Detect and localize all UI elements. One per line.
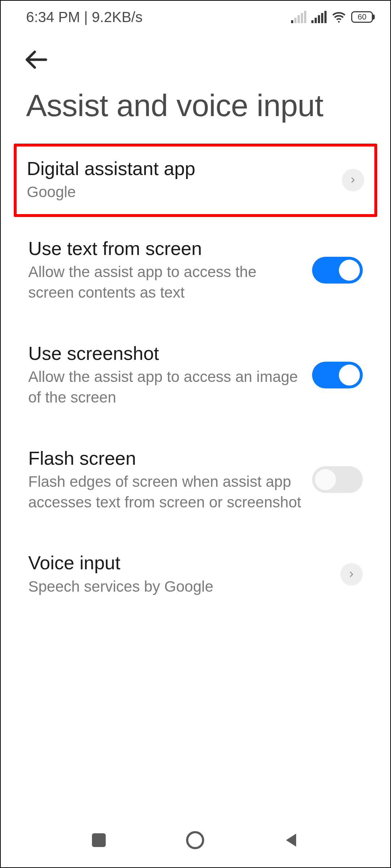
svg-point-0 (338, 21, 340, 23)
toggle-use-screenshot[interactable] (312, 362, 363, 388)
setting-subtitle: Speech services by Google (28, 576, 330, 597)
status-right: 60 (291, 10, 373, 24)
back-button[interactable] (22, 46, 49, 75)
nav-recents-button[interactable] (91, 832, 107, 848)
circle-icon (185, 830, 205, 850)
nav-home-button[interactable] (185, 830, 205, 850)
status-time: 6:34 PM (26, 9, 80, 25)
setting-title: Use screenshot (28, 342, 302, 365)
chevron-right-icon (340, 563, 363, 586)
setting-title: Digital assistant app (27, 157, 332, 180)
status-separator: | (84, 9, 92, 25)
setting-digital-assistant-app[interactable]: Digital assistant app Google (14, 144, 377, 217)
svg-point-3 (187, 832, 203, 848)
signal-sim2-icon (311, 11, 327, 23)
setting-voice-input[interactable]: Voice input Speech services by Google (15, 538, 376, 611)
svg-rect-2 (92, 833, 106, 847)
status-left: 6:34 PM | 9.2KB/s (26, 9, 143, 25)
setting-flash-screen[interactable]: Flash screen Flash edges of screen when … (15, 433, 376, 527)
toolbar (1, 33, 390, 88)
setting-subtitle: Allow the assist app to access an image … (28, 367, 302, 408)
toggle-flash-screen[interactable] (312, 466, 363, 493)
setting-use-text-from-screen[interactable]: Use text from screen Allow the assist ap… (15, 224, 376, 318)
settings-list: Digital assistant app Google Use text fr… (1, 144, 390, 611)
setting-title: Flash screen (28, 447, 302, 469)
toggle-use-text[interactable] (312, 257, 363, 284)
page-title: Assist and voice input (1, 88, 390, 145)
status-net-speed: 9.2KB/s (92, 9, 143, 25)
battery-icon: 60 (351, 11, 373, 23)
wifi-icon (332, 10, 346, 24)
svg-marker-4 (286, 834, 296, 847)
status-bar: 6:34 PM | 9.2KB/s 60 (1, 1, 390, 33)
chevron-right-icon (342, 169, 364, 191)
setting-title: Use text from screen (28, 237, 302, 260)
battery-percent: 60 (358, 12, 366, 22)
toggle-thumb (339, 365, 360, 386)
setting-subtitle: Allow the assist app to access the scree… (28, 262, 302, 303)
signal-sim1-icon (291, 11, 306, 23)
triangle-left-icon (283, 831, 300, 849)
toggle-thumb (339, 260, 360, 281)
setting-use-screenshot[interactable]: Use screenshot Allow the assist app to a… (15, 328, 376, 422)
nav-back-button[interactable] (283, 831, 300, 849)
setting-subtitle: Google (27, 182, 332, 203)
setting-subtitle: Flash edges of screen when assist app ac… (28, 472, 302, 512)
system-nav-bar (1, 820, 390, 867)
setting-title: Voice input (28, 552, 330, 574)
arrow-left-icon (22, 68, 49, 74)
square-icon (91, 832, 107, 848)
toggle-thumb (315, 469, 336, 490)
